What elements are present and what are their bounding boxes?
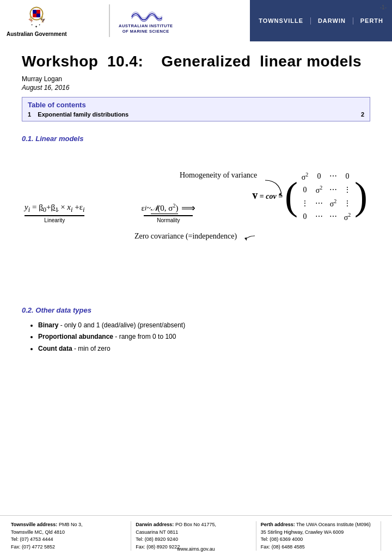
paren-right-icon: )	[354, 180, 367, 213]
count-desc: - min of zero	[72, 345, 111, 352]
binary-desc: - only 0 and 1 (dead/alive) (present/abs…	[58, 321, 185, 329]
aims-waves-icon	[130, 7, 162, 22]
cities-bar: TOWNSVILLE | DARWIN | PERTH	[250, 0, 392, 41]
zero-cov-label: Zero covariance (=independence)	[134, 232, 237, 240]
svg-text:🦘: 🦘	[29, 17, 34, 22]
page-footer: Townsville address: PMB No 3,Townsville …	[0, 515, 392, 555]
svg-marker-12	[244, 237, 247, 241]
city-townsville: TOWNSVILLE	[259, 17, 303, 24]
svg-marker-11	[279, 193, 283, 197]
svg-rect-4	[33, 13, 36, 17]
page-title: Workshop 10.4: Generalized linear models	[22, 52, 370, 71]
normality-label: Normality	[157, 217, 180, 223]
list-item-count: Count data - min of zero	[38, 343, 370, 355]
toc-row: 1 Exponential family distributions 2	[28, 111, 364, 118]
city-darwin: DARWIN	[318, 17, 346, 24]
section-02-heading: 0.2. Other data types	[22, 306, 370, 314]
list-item-binary: Binary - only 0 and 1 (dead/alive) (pres…	[38, 320, 370, 332]
svg-text:✦: ✦	[32, 23, 34, 26]
footer-townsville: Townsville address: PMB No 3,Townsville …	[11, 521, 131, 551]
toc-number: 1	[28, 111, 38, 118]
normality-underline-bar	[144, 215, 193, 216]
toc-label: Exponential family distributions	[38, 111, 128, 118]
linearity-equation: yi = β0+β1 × xi +εi	[24, 203, 85, 214]
section-01-heading: 0.1. Linear models	[22, 135, 370, 143]
proportional-desc: - range from 0 to 100	[113, 333, 176, 340]
footer-perth: Perth address: The UWA Oceans Institute …	[256, 521, 381, 551]
svg-rect-5	[36, 13, 40, 17]
linearity-label: Linearity	[44, 217, 65, 223]
toc-heading: Table of contents	[28, 101, 364, 109]
author-date: August 16, 2016	[22, 84, 370, 92]
page-number: -1-	[380, 4, 387, 10]
city-perth: PERTH	[360, 17, 383, 24]
list-item-proportional: Proportional abundance - range from 0 to…	[38, 331, 370, 343]
page-header: 🦘 🦅 ✦ ✦ ✦ Australian Government AUS	[0, 0, 392, 41]
linearity-formula: yi = β0+β1 × xi +εi Linearity	[24, 203, 85, 223]
australian-government-logo: 🦘 🦅 ✦ ✦ ✦ Australian Government	[7, 5, 67, 37]
homogeneity-label: Homogeneity of variance	[180, 170, 257, 180]
aims-text: AUSTRALIAN INSTITUTE OF MARINE SCIENCE	[119, 23, 173, 34]
normality-formula: εi ~ 𝒩(0, σ2) ⟹ Normality	[141, 202, 195, 223]
gov-label: Australian Government	[7, 31, 67, 37]
svg-rect-3	[36, 10, 40, 14]
svg-rect-2	[33, 10, 36, 14]
count-label: Count data	[38, 345, 72, 352]
zero-cov-arrow-icon	[241, 231, 258, 242]
proportional-label: Proportional abundance	[38, 333, 113, 340]
darwin-label: Darwin address:	[136, 522, 174, 527]
perth-label: Perth address:	[261, 522, 295, 527]
main-content: Workshop 10.4: Generalized linear models…	[0, 41, 392, 365]
coat-of-arms-icon: 🦘 🦅 ✦ ✦ ✦	[22, 5, 51, 29]
homogeneity-arrow-icon	[262, 178, 290, 199]
math-diagram: Homogeneity of variance yi = β0+β1 × xi …	[22, 170, 370, 290]
normality-equation: εi ~ 𝒩(0, σ2) ⟹	[141, 202, 195, 214]
svg-text:✦: ✦	[39, 23, 41, 26]
toc-item-1: 1 Exponential family distributions	[28, 111, 128, 118]
toc-page: 2	[361, 111, 364, 118]
gov-logo-area: 🦘 🦅 ✦ ✦ ✦ Australian Government	[0, 0, 109, 41]
zero-covariance-area: Zero covariance (=independence)	[22, 231, 370, 242]
footer-website: www.aims.gov.au	[177, 544, 215, 552]
aims-logo-area: AUSTRALIAN INSTITUTE OF MARINE SCIENCE	[110, 0, 250, 41]
linearity-underline-bar	[24, 215, 84, 216]
author-name: Murray Logan	[22, 75, 370, 83]
other-data-types-list: Binary - only 0 and 1 (dead/alive) (pres…	[22, 320, 370, 355]
townsville-label: Townsville address:	[11, 522, 57, 527]
table-of-contents: Table of contents 1 Exponential family d…	[22, 97, 370, 121]
aims-logo: AUSTRALIAN INSTITUTE OF MARINE SCIENCE	[119, 7, 173, 34]
svg-text:✦: ✦	[35, 25, 38, 28]
variance-matrix: σ2 0 ⋯ 0 0 σ2 ⋯ ⋮ ⋮ ⋯ σ2	[298, 170, 354, 224]
binary-label: Binary	[38, 321, 58, 329]
